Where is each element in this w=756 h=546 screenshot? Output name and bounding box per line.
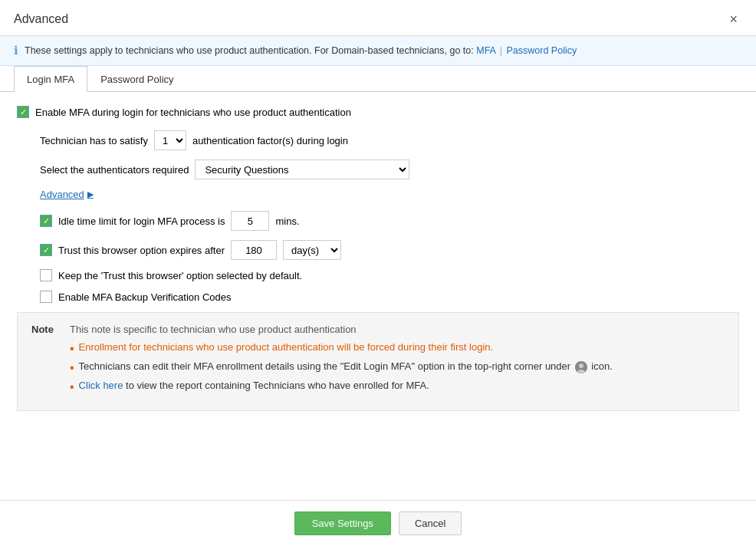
trust-browser-unit-select[interactable]: day(s) hour(s) <box>283 240 341 260</box>
click-here-link[interactable]: Click here <box>79 380 123 391</box>
tab-password-policy[interactable]: Password Policy <box>87 66 186 92</box>
note-intro: This note is specific to technician who … <box>70 324 725 335</box>
advanced-modal: Advanced × ℹ These settings apply to tec… <box>0 0 756 546</box>
info-text: These settings apply to technicians who … <box>25 45 577 56</box>
idle-checkmark-icon: ✓ <box>43 217 50 225</box>
note-content: This note is specific to technician who … <box>70 324 725 400</box>
enable-mfa-checkbox[interactable]: ✓ <box>17 106 29 118</box>
keep-trust-label: Keep the 'Trust this browser' option sel… <box>58 270 302 281</box>
authenticator-label: Select the authenticators required <box>40 164 189 176</box>
idle-time-row: ✓ Idle time limit for login MFA process … <box>40 211 739 231</box>
backup-codes-label: Enable MFA Backup Verification Codes <box>58 291 231 303</box>
mfa-link[interactable]: MFA <box>476 45 495 56</box>
note-bullet-2-text: Technicians can edit their MFA enrollmen… <box>79 360 613 373</box>
save-settings-button[interactable]: Save Settings <box>294 511 391 535</box>
satisfy-select[interactable]: 1 2 <box>154 130 186 150</box>
note-item-2: Technicians can edit their MFA enrollmen… <box>70 360 725 375</box>
enable-mfa-row: ✓ Enable MFA during login for technician… <box>17 106 739 118</box>
modal-title: Advanced <box>14 12 68 26</box>
info-bar: ℹ These settings apply to technicians wh… <box>0 36 756 66</box>
trust-browser-row: ✓ Trust this browser option expires afte… <box>40 240 739 260</box>
note-label: Note <box>31 324 70 400</box>
authenticator-select[interactable]: Security Questions TOTP Email OTP <box>195 160 409 179</box>
note-wrapper: Note This note is specific to technician… <box>31 324 725 400</box>
arrow-icon: ▶ <box>87 189 94 199</box>
modal-header: Advanced × <box>0 0 756 36</box>
note-item-3: Click here to view the report containing… <box>70 380 725 394</box>
note-list: Enrollment for technicians who use produ… <box>70 341 725 395</box>
trust-browser-checkbox[interactable]: ✓ <box>40 244 52 256</box>
password-policy-link[interactable]: Password Policy <box>506 45 577 56</box>
enable-mfa-label: Enable MFA during login for technicians … <box>35 107 351 118</box>
sub-settings: ✓ Idle time limit for login MFA process … <box>17 211 739 303</box>
trust-browser-input[interactable] <box>231 240 277 260</box>
modal-body: ✓ Enable MFA during login for technician… <box>0 92 756 500</box>
idle-time-checkbox[interactable]: ✓ <box>40 215 52 227</box>
advanced-link[interactable]: Advanced ▶ <box>17 189 94 200</box>
checkmark-icon: ✓ <box>20 108 27 117</box>
info-icon: ℹ <box>14 44 18 58</box>
trust-browser-label: Trust this browser option expires after <box>58 245 225 256</box>
note-bullet-3-text: Click here to view the report containing… <box>79 380 429 391</box>
note-item-1: Enrollment for technicians who use produ… <box>70 341 725 356</box>
keep-trust-checkbox[interactable] <box>40 269 52 281</box>
satisfy-row: Technician has to satisfy 1 2 authentica… <box>17 130 739 150</box>
svg-point-1 <box>579 363 583 368</box>
backup-codes-checkbox[interactable] <box>40 291 52 303</box>
satisfy-suffix: authentication factor(s) during login <box>192 135 348 146</box>
tab-login-mfa[interactable]: Login MFA <box>14 66 87 92</box>
close-button[interactable]: × <box>725 11 742 28</box>
idle-time-label: Idle time limit for login MFA process is <box>58 215 225 227</box>
idle-time-input[interactable] <box>231 211 269 231</box>
keep-trust-row: Keep the 'Trust this browser' option sel… <box>40 269 739 281</box>
cancel-button[interactable]: Cancel <box>399 511 462 535</box>
trust-checkmark-icon: ✓ <box>43 246 50 255</box>
note-section: Note This note is specific to technician… <box>17 312 739 411</box>
user-icon <box>575 361 587 373</box>
modal-footer: Save Settings Cancel <box>0 500 756 546</box>
note-bullet-1-text: Enrollment for technicians who use produ… <box>79 341 494 353</box>
authenticator-row: Select the authenticators required Secur… <box>17 160 739 179</box>
idle-time-unit: mins. <box>275 215 299 227</box>
satisfy-prefix: Technician has to satisfy <box>40 135 148 146</box>
backup-codes-row: Enable MFA Backup Verification Codes <box>40 291 739 303</box>
tab-bar: Login MFA Password Policy <box>0 66 756 92</box>
